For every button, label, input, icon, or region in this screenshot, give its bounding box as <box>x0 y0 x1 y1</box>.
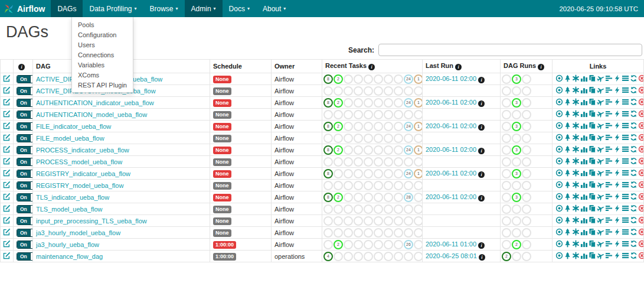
dag-run-circle-success[interactable] <box>502 216 511 226</box>
task-state-circle-success[interactable] <box>323 181 333 190</box>
task-tries-icon[interactable] <box>589 204 596 212</box>
dag-run-circle-failed[interactable] <box>522 145 531 155</box>
nav-item-docs[interactable]: Docs▾ <box>223 0 256 17</box>
edit-dag-icon[interactable] <box>3 86 11 94</box>
graph-view-icon[interactable] <box>572 74 580 82</box>
dag-run-circle-failed[interactable] <box>522 204 531 214</box>
task-state-circle-failed[interactable] <box>344 240 353 249</box>
dag-run-circle-failed[interactable] <box>522 110 531 119</box>
task-state-circle-running[interactable]: 2 <box>334 74 343 84</box>
gantt-view-icon[interactable] <box>605 98 613 106</box>
dag-pause-toggle[interactable]: On <box>17 146 33 154</box>
tree-view-icon[interactable] <box>564 145 571 153</box>
dag-run-circle-running[interactable]: 2 <box>512 240 521 249</box>
graph-view-icon[interactable] <box>572 110 580 118</box>
task-state-circle-upstream_failed[interactable] <box>354 252 363 261</box>
trigger-dag-icon[interactable] <box>555 134 563 141</box>
task-logs-icon[interactable] <box>622 193 629 200</box>
trigger-dag-icon[interactable] <box>555 204 563 212</box>
task-state-circle-upstream_failed[interactable] <box>354 193 363 202</box>
task-duration-icon[interactable] <box>580 110 588 118</box>
dag-run-circle-running[interactable]: 3 <box>512 122 521 131</box>
last-run-link[interactable]: 2020-06-11 01:00 <box>426 240 476 248</box>
tree-view-icon[interactable] <box>564 228 571 236</box>
tree-view-icon[interactable] <box>564 204 571 212</box>
task-state-circle-skipped[interactable] <box>364 86 373 96</box>
tree-view-icon[interactable] <box>564 98 571 106</box>
graph-view-icon[interactable] <box>572 240 580 248</box>
task-state-circle-running[interactable]: 2 <box>334 240 343 249</box>
trigger-dag-icon[interactable] <box>555 110 563 118</box>
task-state-circle-up_for_retry[interactable] <box>374 122 383 131</box>
refresh-icon[interactable] <box>630 110 638 118</box>
task-state-circle-queued[interactable] <box>394 193 403 202</box>
task-state-circle-scheduled[interactable] <box>414 157 423 167</box>
task-state-circle-failed[interactable] <box>344 134 353 143</box>
dag-run-circle-running[interactable]: 3 <box>512 169 521 178</box>
dag-link[interactable]: REGISTRY_model_ueba_flow <box>36 182 123 189</box>
dag-run-circle-running[interactable]: 3 <box>512 193 521 202</box>
task-tries-icon[interactable] <box>589 252 596 259</box>
task-state-circle-queued[interactable] <box>394 252 403 261</box>
task-state-circle-upstream_failed[interactable] <box>354 74 363 84</box>
admin-menu-item-variables[interactable]: Variables <box>72 60 133 70</box>
edit-dag-icon[interactable] <box>3 252 11 259</box>
task-state-circle-upstream_failed[interactable] <box>354 157 363 167</box>
refresh-icon[interactable] <box>630 216 638 224</box>
code-view-icon[interactable] <box>613 240 621 248</box>
task-state-circle-scheduled[interactable]: 1 <box>414 169 423 178</box>
dag-pause-toggle[interactable]: On <box>17 205 33 213</box>
task-state-circle-failed[interactable] <box>344 157 353 167</box>
task-state-circle-up_for_reschedule[interactable] <box>384 145 393 155</box>
landing-times-icon[interactable] <box>597 228 604 236</box>
task-logs-icon[interactable] <box>622 157 629 165</box>
trigger-dag-icon[interactable] <box>555 98 563 106</box>
task-logs-icon[interactable] <box>622 86 629 94</box>
refresh-icon[interactable] <box>630 98 638 106</box>
task-tries-icon[interactable] <box>589 193 596 200</box>
task-logs-icon[interactable] <box>622 228 629 236</box>
dag-link[interactable]: TLS_indicator_ueba_flow <box>36 194 109 201</box>
dag-pause-toggle[interactable]: On <box>17 170 33 178</box>
task-state-circle-scheduled[interactable] <box>414 204 423 214</box>
delete-dag-icon[interactable] <box>638 169 644 177</box>
task-state-circle-failed[interactable] <box>344 204 353 214</box>
code-view-icon[interactable] <box>613 216 621 224</box>
dag-pause-toggle[interactable]: On <box>17 229 33 237</box>
refresh-icon[interactable] <box>630 134 638 141</box>
tree-view-icon[interactable] <box>564 74 571 82</box>
task-state-circle-queued[interactable] <box>394 228 403 238</box>
task-state-circle-queued[interactable] <box>394 122 403 131</box>
gantt-view-icon[interactable] <box>605 169 613 177</box>
delete-dag-icon[interactable] <box>638 74 644 82</box>
gantt-view-icon[interactable] <box>605 110 613 118</box>
task-state-circle-running[interactable] <box>334 110 343 119</box>
refresh-icon[interactable] <box>630 157 638 165</box>
task-state-circle-queued[interactable] <box>394 216 403 226</box>
task-state-circle-success[interactable]: 8 <box>323 193 333 202</box>
task-state-circle-running[interactable] <box>334 252 343 261</box>
gantt-view-icon[interactable] <box>605 252 613 259</box>
dag-run-circle-failed[interactable] <box>522 157 531 167</box>
task-state-circle-failed[interactable] <box>344 228 353 238</box>
graph-view-icon[interactable] <box>572 157 580 165</box>
landing-times-icon[interactable] <box>597 122 604 129</box>
edit-dag-icon[interactable] <box>3 157 11 165</box>
task-state-circle-failed[interactable] <box>344 98 353 108</box>
nav-item-admin[interactable]: Admin▾ <box>185 0 223 17</box>
task-state-circle-scheduled[interactable]: 1 <box>414 74 423 84</box>
delete-dag-icon[interactable] <box>638 228 644 236</box>
task-duration-icon[interactable] <box>580 228 588 236</box>
task-state-circle-up_for_reschedule[interactable] <box>384 122 393 131</box>
edit-dag-icon[interactable] <box>3 193 11 200</box>
task-state-circle-failed[interactable] <box>344 252 353 261</box>
edit-dag-icon[interactable] <box>3 74 11 82</box>
tree-view-icon[interactable] <box>564 181 571 188</box>
landing-times-icon[interactable] <box>597 134 604 141</box>
trigger-dag-icon[interactable] <box>555 240 563 248</box>
landing-times-icon[interactable] <box>597 74 604 82</box>
dag-run-circle-running[interactable]: 3 <box>512 74 521 84</box>
task-state-circle-success[interactable] <box>323 110 333 119</box>
task-state-circle-queued[interactable] <box>394 181 403 190</box>
dag-run-circle-failed[interactable] <box>522 252 531 261</box>
